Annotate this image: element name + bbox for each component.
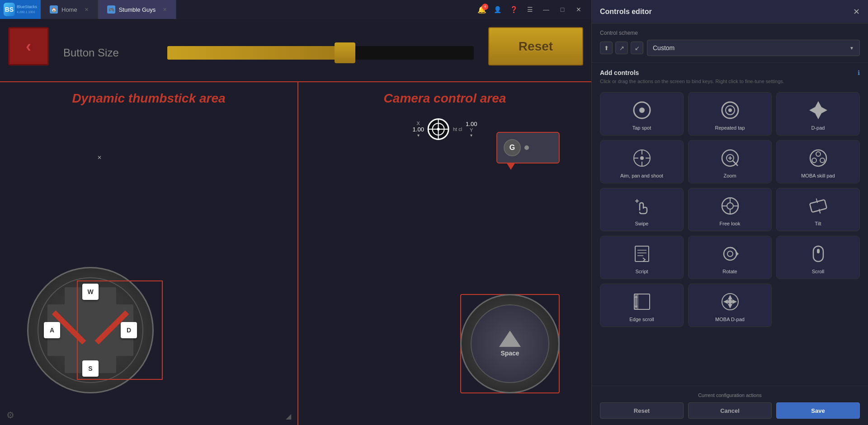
title-bar: BS BlueStacks 4.280.1.1002 🏠 Home ✕ 🎮 St… xyxy=(0,0,591,19)
svg-marker-7 xyxy=(809,107,815,113)
control-rotate[interactable]: Rotate xyxy=(688,236,772,279)
svg-marker-53 xyxy=(723,299,728,304)
svg-rect-43 xyxy=(813,246,823,262)
game-tab-close[interactable]: ✕ xyxy=(163,7,167,13)
control-tilt[interactable]: Tilt xyxy=(776,188,860,231)
areas-container: Dynamic thumbstick area W xyxy=(0,81,591,425)
settings-icon[interactable]: ⚙ xyxy=(6,410,14,420)
add-controls-desc: Click or drag the actions on the screen … xyxy=(600,78,860,85)
back-button[interactable]: ‹ xyxy=(8,27,49,65)
control-repeated-tap[interactable]: Repeated tap xyxy=(688,92,772,135)
key-a-button[interactable]: A xyxy=(44,322,60,338)
resize-icon[interactable]: ◢ xyxy=(286,412,291,420)
space-label: Space xyxy=(500,350,519,357)
tilt-label: Tilt xyxy=(815,221,821,226)
footer-save-button[interactable]: Save xyxy=(776,402,860,419)
zoom-icon-area xyxy=(719,147,741,169)
close-button[interactable]: ✕ xyxy=(573,4,584,15)
control-moba-dpad[interactable]: MOBA D-pad xyxy=(688,284,772,327)
control-scroll[interactable]: Scroll xyxy=(776,236,860,279)
scroll-icon xyxy=(807,243,830,265)
reset-game-button[interactable]: Reset xyxy=(488,27,583,65)
menu-icon[interactable]: ☰ xyxy=(524,4,535,15)
key-d-button[interactable]: D xyxy=(121,322,137,338)
key-w-button[interactable]: W xyxy=(82,284,99,300)
svg-point-4 xyxy=(728,108,732,112)
script-icon-area xyxy=(631,243,653,265)
svg-point-1 xyxy=(639,107,645,113)
svg-point-28 xyxy=(727,203,733,209)
button-size-slider[interactable] xyxy=(167,46,474,60)
rotate-label: Rotate xyxy=(722,269,737,274)
svg-point-41 xyxy=(727,251,733,257)
space-outer-circle: Space xyxy=(460,294,560,393)
coord-center-display: ht cl xyxy=(453,126,462,132)
speech-tail xyxy=(506,163,515,170)
control-script[interactable]: Script xyxy=(600,236,684,279)
svg-marker-6 xyxy=(815,113,821,119)
add-controls-info-icon[interactable]: ℹ xyxy=(858,69,860,76)
slider-thumb[interactable] xyxy=(335,42,355,63)
svg-rect-33 xyxy=(809,200,826,212)
panel-title: Controls editor xyxy=(600,8,652,16)
minimize-button[interactable]: — xyxy=(541,4,552,15)
coord-x-display: X 1.00 ▾ xyxy=(413,121,424,138)
scheme-import-icon[interactable]: ↙ xyxy=(631,42,643,54)
coord-center-label: ht cl xyxy=(453,126,462,132)
control-swipe[interactable]: Swipe xyxy=(600,188,684,231)
svg-point-21 xyxy=(810,150,826,166)
swipe-label: Swipe xyxy=(635,221,649,226)
aim-icon xyxy=(631,147,653,169)
scheme-export-icon[interactable]: ↗ xyxy=(615,42,628,54)
control-free-look[interactable]: Free look xyxy=(688,188,772,231)
window-controls: 🔔 4 👤 ❓ ☰ — □ ✕ xyxy=(477,4,591,15)
game-tab[interactable]: 🎮 Stumble Guys ✕ xyxy=(98,0,177,19)
footer-cancel-button[interactable]: Cancel xyxy=(688,402,772,419)
home-tab[interactable]: 🏠 Home ✕ xyxy=(41,0,98,19)
dpad-icon xyxy=(807,99,830,121)
control-edge-scroll[interactable]: Edge scroll xyxy=(600,284,684,327)
maximize-button[interactable]: □ xyxy=(557,4,568,15)
panel-close-button[interactable]: ✕ xyxy=(853,7,860,17)
scheme-dropdown[interactable]: Custom ▼ xyxy=(647,40,860,56)
control-aim-pan-shoot[interactable]: Aim, pan and shoot xyxy=(600,140,684,183)
repeated-tap-label: Repeated tap xyxy=(715,125,745,131)
free-look-icon xyxy=(719,195,741,217)
swipe-icon-area xyxy=(631,195,653,217)
close-mark-dpad[interactable]: ✕ xyxy=(97,154,102,161)
g-dot xyxy=(524,145,529,150)
footer-buttons: Reset Cancel Save xyxy=(600,402,860,419)
user-icon[interactable]: 👤 xyxy=(492,4,503,15)
controls-editor-panel: Controls editor ✕ Control scheme ⬆ ↗ ↙ C… xyxy=(591,0,868,425)
control-dpad[interactable]: D-pad xyxy=(776,92,860,135)
freelook-icon-area xyxy=(719,195,741,217)
footer-reset-button[interactable]: Reset xyxy=(600,402,684,419)
key-s-button[interactable]: S xyxy=(82,360,99,377)
scheme-upload-icon[interactable]: ⬆ xyxy=(600,42,613,54)
coord-x-value: 1.00 xyxy=(413,126,424,133)
dpad-icon-area xyxy=(807,99,830,121)
g-button-box[interactable]: G xyxy=(496,132,560,163)
camera-control-area: Camera control area X 1.00 ▾ xyxy=(298,82,591,425)
moba-skill-pad-label: MOBA skill pad xyxy=(801,173,835,178)
control-moba-skill-pad[interactable]: MOBA skill pad xyxy=(776,140,860,183)
control-tap-spot[interactable]: Tap spot xyxy=(600,92,684,135)
notification-button[interactable]: 🔔 4 xyxy=(477,5,486,14)
control-zoom[interactable]: Zoom xyxy=(688,140,772,183)
svg-marker-54 xyxy=(732,299,737,304)
svg-marker-8 xyxy=(821,107,827,113)
crosshair-container: X 1.00 ▾ ht cl 1.00 xyxy=(413,118,477,140)
zoom-label: Zoom xyxy=(723,173,736,178)
home-tab-close[interactable]: ✕ xyxy=(85,7,89,13)
script-label: Script xyxy=(635,269,648,274)
help-icon[interactable]: ❓ xyxy=(508,4,519,15)
current-config-label: Current configuration actions xyxy=(600,392,860,398)
g-button-container: G xyxy=(496,132,560,163)
rotate-icon-area xyxy=(719,243,741,265)
scroll-icon-area xyxy=(807,243,830,265)
moba-icon-area xyxy=(807,147,830,169)
scheme-dropdown-text: Custom xyxy=(653,44,675,51)
svg-point-23 xyxy=(820,158,825,163)
panel-header: Controls editor ✕ xyxy=(592,0,868,23)
space-inner-circle[interactable]: Space xyxy=(471,304,549,383)
